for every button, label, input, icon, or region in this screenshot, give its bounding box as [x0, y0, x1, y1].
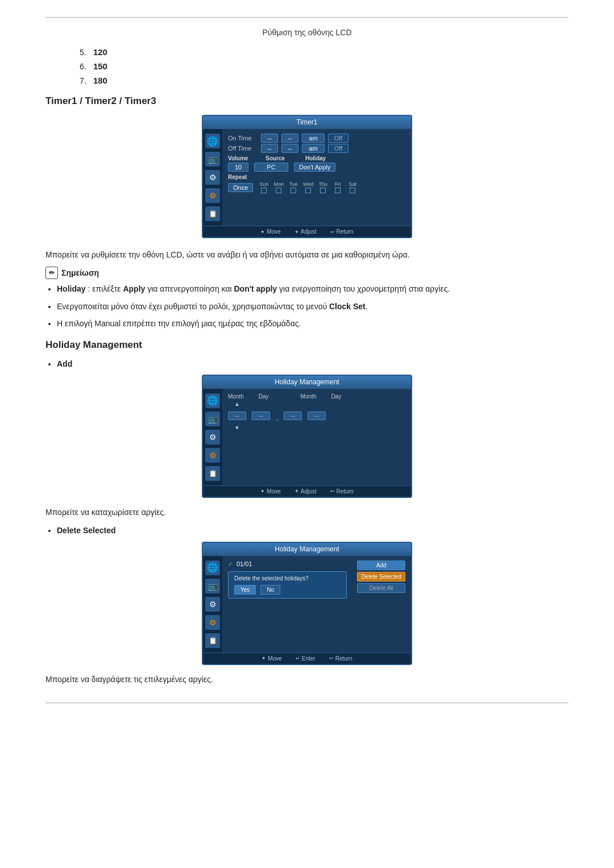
hol-del-nav-move: ✦ Move [262, 655, 281, 662]
hol-return-label: Return [337, 488, 354, 495]
list-item: 6. 150 [80, 61, 569, 71]
hd-check-icon: ✓ [228, 560, 233, 568]
list-item-val: 150 [93, 61, 107, 71]
day-fri-checkbox[interactable] [335, 188, 341, 193]
hol-icon-2: 📺 [205, 412, 220, 426]
list-item-num: 7. [80, 76, 91, 85]
hd-month2-col: Month [301, 393, 317, 400]
arrow-up-1: ▲ [228, 401, 246, 407]
bottom-rule [45, 703, 569, 703]
day-mon-checkbox[interactable] [276, 188, 281, 193]
hol-nav-adjust: ✦ Adjust [294, 488, 317, 495]
holiday-sub-list: Add [57, 358, 569, 370]
day-tue-checkbox[interactable] [291, 188, 296, 193]
hol-icon-3: ⚙ [205, 430, 220, 445]
delete-selected-label: Delete Selected [57, 526, 116, 535]
repeat-value[interactable]: Once [228, 183, 253, 192]
hd-delete-button[interactable]: Delete Selected [357, 572, 405, 582]
hol-del-icon-3: ⚙ [205, 597, 220, 612]
timer-screenshot-wrapper: Timer1 🌐 📺 ⚙ ⚙ 📋 On Time -- -- [45, 115, 569, 238]
hol-nav-return: ↩ Return [330, 488, 354, 495]
holiday-del-bottom-bar: ✦ Move ↵ Enter ↩ Return [203, 653, 411, 664]
off-time-m[interactable]: -- [281, 144, 298, 153]
day-sat-checkbox[interactable] [350, 188, 355, 193]
hd-month2-label: Month [301, 393, 317, 400]
hd-confirm-buttons: Yes No [234, 585, 341, 595]
hd-delete-all-button[interactable]: Delete All [357, 583, 405, 593]
hol-icon-4: ⚙ [205, 448, 220, 463]
source-label: Source [265, 155, 300, 161]
hol-del-icon-1: 🌐 [205, 560, 220, 575]
timer-nav-return-label: Return [337, 229, 354, 235]
top-rule [45, 17, 569, 18]
adjust-icon: ✦ [294, 229, 299, 235]
hol-del-icon-5: 📋 [205, 633, 220, 648]
day-mon: Mon [272, 181, 285, 187]
hol-del-icon-4: ⚙ [205, 615, 220, 630]
off-time-ampm[interactable]: am [302, 144, 325, 153]
volume-value[interactable]: 10 [228, 163, 248, 172]
holiday-value[interactable]: Don't Apply [294, 163, 335, 172]
day-fri: Fri [331, 181, 344, 187]
on-time-ampm[interactable]: am [302, 134, 325, 143]
arrow-down-1: ▼ [228, 425, 246, 431]
hd-day2-col: Day [331, 393, 341, 400]
holiday-bold: Holiday [57, 284, 86, 293]
day-sun: Sun [258, 181, 270, 187]
hol-del-return-icon: ↩ [329, 655, 334, 661]
hd-add-button[interactable]: Add [357, 560, 405, 570]
move-icon: ✦ [260, 229, 265, 235]
list-item-val: 120 [93, 47, 107, 57]
holiday-add-screenshot-wrapper: Holiday Management 🌐 📺 ⚙ ⚙ 📋 Month [45, 375, 569, 498]
dont-apply-bold: Don't apply [234, 284, 277, 293]
hd-day1-input[interactable]: -- [252, 412, 270, 420]
hd-month1-label: Month [228, 393, 244, 400]
on-time-h[interactable]: -- [261, 134, 278, 143]
holiday-add-bottom-bar: ✦ Move ✦ Adjust ↩ Return [203, 485, 411, 497]
timer-nav-move: ✦ Move [260, 229, 280, 235]
holiday-del-titlebar: Holiday Management [203, 543, 411, 556]
note-title: Σημείωση [61, 268, 99, 277]
hd-month1-input[interactable]: -- [228, 412, 246, 420]
day-thu: Thu [317, 181, 329, 187]
list-item-num: 5. [80, 48, 91, 57]
note-bullet-3: Η επιλογή Manual επιτρέπει την επιλογή μ… [57, 317, 569, 330]
hd-yes-button[interactable]: Yes [234, 585, 256, 595]
on-time-label: On Time [228, 135, 258, 142]
on-time-m[interactable]: -- [281, 134, 298, 143]
timer-ui: Timer1 🌐 📺 ⚙ ⚙ 📋 On Time -- -- [202, 115, 412, 238]
holiday-add-description: Μπορείτε να καταχωρίσετε αργίες. [45, 506, 569, 518]
hol-return-icon: ↩ [330, 488, 335, 494]
on-time-status: Off [328, 134, 349, 143]
clock-set-bold: Clock Set [329, 302, 366, 311]
hd-confirm-text: Delete the selected holidays? [234, 575, 341, 582]
day-sun-checkbox[interactable] [261, 188, 267, 193]
hd-no-button[interactable]: No [260, 585, 280, 595]
days-row: Sun Mon Tue [258, 181, 359, 193]
day-wed-checkbox[interactable] [305, 188, 311, 193]
page-title: Ρύθμιση της οθόνης LCD [45, 28, 569, 37]
hol-del-move-label: Move [268, 655, 281, 662]
apply-bold: Apply [123, 284, 145, 293]
off-time-h[interactable]: -- [261, 144, 278, 153]
holiday-del-list: Delete Selected [57, 524, 569, 537]
list-item-val: 180 [93, 76, 107, 85]
list-item-num: 6. [80, 62, 91, 71]
list-item: 7. 180 [80, 76, 569, 85]
day-thu-checkbox[interactable] [320, 188, 326, 193]
hol-move-label: Move [267, 488, 280, 495]
note-bullet-1: Holiday : επιλέξτε Apply για απενεργοποί… [57, 283, 569, 295]
hd-date: 01/01 [237, 560, 252, 567]
repeat-row: Repeat Once Sun Mon [228, 174, 405, 193]
timer-icon-5: 📋 [205, 206, 220, 221]
holiday-add-titlebar: Holiday Management [203, 376, 411, 389]
hd-day2-input[interactable]: -- [308, 412, 326, 420]
hd-month2-input[interactable]: -- [284, 412, 302, 420]
day-sat: Sat [346, 181, 359, 187]
timer-nav-return: ↩ Return [330, 229, 354, 235]
hol-del-nav-enter: ↵ Enter [296, 655, 316, 662]
holiday-delete-description: Μπορείτε να διαγράψετε τις επιλεγμένες α… [45, 673, 569, 686]
hol-del-return-label: Return [335, 655, 352, 662]
source-value[interactable]: PC [254, 163, 288, 172]
timer-bottom-bar: ✦ Move ✦ Adjust ↩ Return [203, 226, 411, 237]
